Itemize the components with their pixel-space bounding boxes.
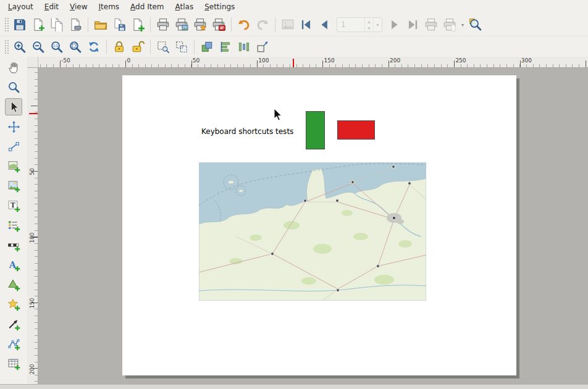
new-layout-button[interactable] (29, 16, 48, 33)
zoom-in-button[interactable] (10, 38, 29, 56)
undo-button[interactable] (235, 16, 253, 33)
select-move-item-button[interactable] (5, 98, 22, 115)
atlas-first-button[interactable] (297, 16, 316, 33)
atlas-settings-button[interactable] (466, 16, 485, 33)
duplicate-layout-button[interactable] (48, 16, 66, 33)
menu-layout[interactable]: Layout (2, 1, 39, 13)
layout-page[interactable]: Keyboard shortcuts tests (122, 75, 516, 375)
ungroup-items-button[interactable] (172, 38, 191, 56)
add-legend-icon (7, 219, 20, 232)
move-content-button[interactable] (5, 118, 22, 135)
atlas-prev-icon (318, 18, 332, 31)
export-atlas-button[interactable] (440, 16, 459, 33)
group-items-button[interactable] (154, 38, 172, 56)
save-project-button[interactable] (10, 16, 29, 33)
add-table-button[interactable] (5, 355, 22, 372)
spin-up-icon[interactable]: ▲ (365, 18, 373, 25)
duplicate-layout-icon (50, 18, 64, 31)
resize-items-button[interactable] (253, 38, 272, 56)
horizontal-ruler[interactable]: -50050100150200250300 (38, 57, 588, 68)
h-ruler-label: 250 (455, 57, 466, 64)
green-rectangle-item[interactable] (306, 111, 325, 149)
atlas-preview-button[interactable] (279, 16, 297, 33)
spin-buttons[interactable]: ▲ ▼ (364, 18, 373, 31)
lock-icon (112, 40, 126, 54)
cursor-x-indicator (293, 59, 294, 68)
select-cursor-icon (7, 101, 20, 114)
add-legend-button[interactable] (5, 217, 22, 234)
edit-nodes-button[interactable] (5, 138, 22, 155)
atlas-page-spinbox[interactable]: ▲ ▼ ▾ (337, 17, 382, 32)
add-north-arrow-button[interactable]: A (5, 256, 22, 274)
distribute-icon (237, 40, 251, 54)
add-node-item-button[interactable] (5, 335, 22, 353)
zoom-out-icon (32, 40, 45, 54)
add-marker-button[interactable] (5, 296, 22, 313)
atlas-first-icon (300, 18, 313, 31)
print-atlas-button[interactable] (422, 16, 440, 33)
layout-toolbar: ▲ ▼ ▾ ▾ (0, 14, 588, 36)
atlas-page-input[interactable] (337, 19, 364, 31)
horizontal-scrollbar[interactable] (0, 384, 588, 389)
pan-hand-icon (7, 61, 20, 74)
menu-items[interactable]: Items (93, 1, 125, 13)
red-rectangle-item[interactable] (337, 120, 375, 140)
menu-add-item[interactable]: Add Item (125, 1, 169, 13)
add-shape-icon (7, 278, 20, 291)
raise-icon (200, 40, 214, 54)
add-shape-button[interactable] (5, 276, 22, 293)
export-image-button[interactable] (172, 16, 191, 33)
zoom-tool-button[interactable] (5, 78, 22, 96)
save-template-icon (112, 18, 126, 31)
align-items-button[interactable] (216, 38, 235, 56)
export-atlas-dropdown-icon[interactable]: ▾ (459, 17, 466, 32)
save-template-button[interactable] (110, 16, 128, 33)
raise-items-button[interactable] (198, 38, 216, 56)
menu-atlas[interactable]: Atlas (169, 1, 199, 13)
h-ruler-label: 0 (127, 57, 130, 64)
atlas-next-icon (387, 18, 401, 31)
new-layout-icon (32, 18, 45, 31)
zoom-actual-button[interactable]: 1:1 (48, 38, 66, 56)
add-picture-button[interactable] (5, 177, 22, 194)
zoom-full-button[interactable] (66, 38, 85, 56)
toolbar-separator (106, 40, 107, 54)
toolbar-drag-handle[interactable] (4, 40, 9, 54)
export-pdf-button[interactable] (209, 16, 228, 33)
menu-view[interactable]: View (64, 1, 93, 13)
pan-tool-button[interactable] (5, 59, 22, 76)
lock-items-button[interactable] (110, 38, 128, 56)
add-label-button[interactable]: T (5, 197, 22, 214)
svg-text:1:1: 1:1 (53, 44, 58, 48)
layout-manager-button[interactable] (66, 16, 85, 33)
refresh-button[interactable] (85, 38, 103, 56)
unlock-items-button[interactable] (128, 38, 147, 56)
spin-dropdown-icon[interactable]: ▾ (373, 18, 382, 31)
navigation-toolbar: 1:1 (0, 36, 588, 57)
atlas-last-button[interactable] (403, 16, 422, 33)
atlas-prev-button[interactable] (316, 16, 334, 33)
map-item[interactable] (199, 162, 426, 301)
add-arrow-button[interactable] (5, 316, 22, 333)
add-pages-button[interactable] (128, 16, 147, 33)
zoom-out-button[interactable] (29, 38, 48, 56)
menu-edit[interactable]: Edit (39, 1, 64, 13)
cursor-y-indicator (29, 113, 38, 114)
load-template-button[interactable] (91, 16, 110, 33)
add-north-arrow-icon: A (7, 259, 20, 272)
spin-down-icon[interactable]: ▼ (365, 25, 373, 31)
layout-canvas[interactable]: Keyboard shortcuts tests (38, 68, 588, 384)
print-button[interactable] (154, 16, 172, 33)
menu-settings[interactable]: Settings (199, 1, 240, 13)
atlas-next-button[interactable] (385, 16, 403, 33)
align-icon (219, 40, 232, 54)
add-scalebar-button[interactable] (5, 236, 22, 254)
distribute-items-button[interactable] (235, 38, 253, 56)
page-text-label[interactable]: Keyboard shortcuts tests (201, 127, 293, 136)
toolbar-drag-handle[interactable] (4, 17, 9, 32)
export-svg-button[interactable] (191, 16, 209, 33)
print-atlas-icon (424, 18, 438, 31)
vertical-ruler[interactable]: 50100150200 (27, 68, 38, 384)
add-map-button[interactable] (5, 157, 22, 175)
redo-button[interactable] (253, 16, 272, 33)
